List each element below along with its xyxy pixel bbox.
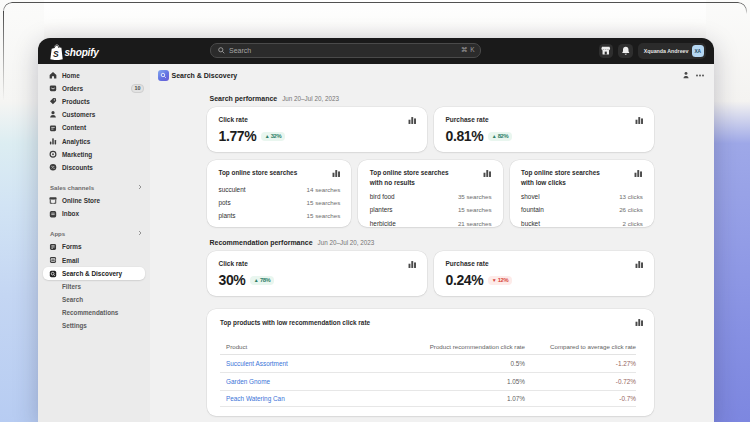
svg-text:S: S [53, 48, 59, 58]
svg-text:shopify: shopify [65, 47, 100, 58]
